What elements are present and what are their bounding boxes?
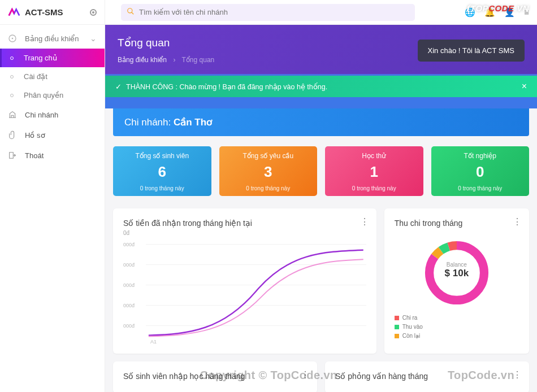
watermark-corner: ⦗TOPCODE.VN	[465, 3, 529, 14]
charts-row: ⋮ Số tiền đã nhận trong tháng hiện tại 0…	[105, 201, 537, 361]
more-icon[interactable]: ⋮	[360, 216, 369, 227]
stat-title: Tổng số sinh viên	[119, 152, 206, 160]
nav-dashboard-parent[interactable]: Bảng điều khiển ⌄	[0, 28, 105, 49]
line-curve	[146, 242, 366, 341]
stat-value: 1	[331, 163, 418, 181]
stat-trial[interactable]: Học thử 1 0 trong tháng này	[325, 146, 423, 196]
ytick: 000đ	[123, 242, 135, 247]
nav-item-label: Trang chủ	[24, 54, 57, 62]
card-title: Số sinh viên nhập học hàng tháng	[123, 372, 307, 381]
nav-item-profile[interactable]: Hồ sơ	[0, 125, 105, 145]
balance-value: $ 10k	[421, 268, 493, 279]
stat-title: Học thử	[331, 152, 418, 160]
nav-item-branch[interactable]: Chi nhánh	[0, 104, 105, 125]
building-icon	[8, 110, 17, 119]
stat-sub: 0 trong tháng này	[331, 185, 418, 191]
brand-logo-icon	[8, 6, 20, 19]
donut-chart: Balance $ 10k	[421, 237, 493, 309]
branch-prefix: Chi nhánh:	[124, 117, 171, 128]
stat-cards: Tổng số sinh viên 6 0 trong tháng này Tổ…	[105, 136, 537, 201]
main-content: Tổng quan Bảng điều khiển › Tổng quan Xi…	[105, 25, 537, 392]
svg-point-1	[12, 38, 14, 40]
nav-item-label: Hồ sơ	[25, 131, 45, 140]
nav-item-label: Phân quyền	[24, 91, 63, 99]
crumb-root[interactable]: Bảng điều khiển	[118, 56, 167, 64]
legend-swatch	[395, 325, 399, 329]
stat-title: Tốt nghiệp	[437, 152, 524, 160]
svg-line-3	[132, 12, 134, 14]
bullet-icon	[10, 56, 14, 60]
donut-legend: Chi ra Thu vào Còn lại	[395, 315, 519, 339]
card-title: Số tiền đã nhận trong tháng hiện tại	[123, 219, 366, 228]
cards-row-2: ⋮ Số sinh viên nhập học hàng tháng ⋮ Số …	[105, 361, 537, 392]
logout-icon	[8, 151, 17, 160]
bullet-icon	[10, 94, 14, 97]
balance-label: Balance	[421, 262, 493, 268]
legend-label: Còn lại	[402, 333, 421, 339]
welcome-button[interactable]: Xin chào ! Tôi là ACT SMS	[418, 40, 525, 62]
search-box[interactable]	[121, 4, 415, 21]
branch-name: Cần Thơ	[174, 117, 212, 128]
legend-swatch	[395, 334, 399, 338]
ytick: 000đ	[123, 282, 135, 288]
sidebar-toggle-icon[interactable]	[90, 9, 97, 16]
alert-text: THÀNH CÔNG : Chào mừng ! Bạn đã đăng nhậ…	[126, 82, 327, 91]
nav-item-label: Thoát	[25, 151, 44, 160]
revenue-line-card: ⋮ Số tiền đã nhận trong tháng hiện tại 0…	[113, 208, 376, 354]
ytick: 000đ	[123, 323, 135, 329]
nav-dashboard-label: Bảng điều khiển	[25, 34, 79, 43]
sidebar: ACT-SMS Bảng điều khiển ⌄ Trang chủ Cài …	[0, 0, 105, 392]
legend-swatch	[395, 316, 399, 320]
card-title: Thu chi trong tháng	[395, 219, 519, 228]
stat-requests[interactable]: Tổng số yêu cầu 3 0 trong tháng này	[219, 146, 318, 196]
stat-sub: 0 trong tháng này	[225, 185, 312, 191]
nav-item-logout[interactable]: Thoát	[0, 145, 105, 165]
stat-value: 3	[225, 163, 312, 181]
monthly-interview-card: ⋮ Số phỏng vấn hàng tháng	[325, 361, 529, 392]
stat-graduate[interactable]: Tốt nghiệp 0 0 trong tháng này	[431, 146, 530, 196]
paperclip-icon	[8, 130, 17, 140]
check-icon: ✓	[115, 82, 122, 91]
more-icon[interactable]: ⋮	[513, 369, 521, 380]
page-header: Tổng quan Bảng điều khiển › Tổng quan Xi…	[105, 25, 537, 74]
close-icon[interactable]: ×	[522, 81, 527, 92]
svg-point-2	[128, 8, 132, 12]
line-chart: 000đ 000đ 000đ 000đ 000đ A1	[123, 242, 366, 343]
crumb-current: Tổng quan	[182, 56, 215, 64]
card-title: Số phỏng vấn hàng tháng	[335, 372, 519, 381]
more-icon[interactable]: ⋮	[513, 216, 521, 227]
legend-label: Chi ra	[402, 315, 418, 321]
nav-item-label: Chi nhánh	[25, 111, 58, 119]
brand: ACT-SMS	[0, 0, 105, 25]
blue-strip	[105, 97, 537, 108]
xtick: A1	[150, 339, 157, 345]
search-icon	[127, 7, 135, 18]
nav-item-label: Cài đặt	[24, 72, 47, 81]
balance-donut-card: ⋮ Thu chi trong tháng Balance $ 10k Chi …	[384, 208, 529, 354]
stat-sub: 0 trong tháng này	[119, 185, 206, 191]
chevron-down-icon: ⌄	[90, 34, 97, 43]
crumb-sep: ›	[173, 56, 175, 64]
branch-banner: Chi nhánh: Cần Thơ	[113, 108, 529, 136]
search-input[interactable]	[139, 8, 409, 16]
ytick: 000đ	[123, 303, 135, 308]
more-icon[interactable]: ⋮	[301, 369, 309, 380]
legend-label: Thu vào	[402, 324, 423, 330]
stat-title: Tổng số yêu cầu	[225, 152, 312, 160]
nav-item-home[interactable]: Trang chủ	[0, 49, 105, 67]
stat-students[interactable]: Tổng số sinh viên 6 0 trong tháng này	[113, 146, 211, 196]
card-sub: 0đ	[123, 230, 366, 236]
brand-name: ACT-SMS	[25, 7, 90, 17]
dashboard-icon	[8, 34, 17, 43]
nav-item-settings[interactable]: Cài đặt	[0, 67, 105, 86]
bullet-icon	[10, 75, 14, 79]
stat-value: 0	[437, 163, 524, 181]
stat-sub: 0 trong tháng này	[437, 185, 524, 191]
stat-value: 6	[119, 163, 206, 181]
success-alert: ✓ THÀNH CÔNG : Chào mừng ! Bạn đã đăng n…	[105, 74, 537, 97]
nav-item-permissions[interactable]: Phân quyền	[0, 86, 105, 104]
monthly-enroll-card: ⋮ Số sinh viên nhập học hàng tháng	[113, 361, 317, 392]
ytick: 000đ	[123, 262, 135, 268]
